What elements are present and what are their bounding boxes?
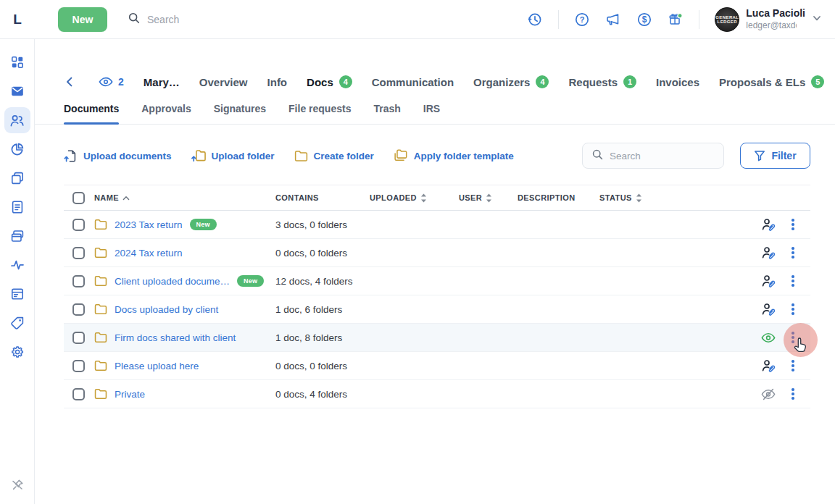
- visible-to-client-eye-icon[interactable]: [752, 332, 784, 343]
- row-actions-kebab[interactable]: [784, 357, 802, 374]
- history-icon[interactable]: [527, 12, 543, 28]
- folder-link[interactable]: Private: [115, 389, 145, 400]
- column-header-contains[interactable]: CONTAINS: [275, 193, 370, 202]
- topbar-divider: [558, 10, 559, 29]
- tab-organizers[interactable]: Organizers4: [473, 75, 549, 88]
- sidebar-item-inbox[interactable]: [4, 78, 30, 104]
- app-logo[interactable]: L: [0, 12, 35, 28]
- apply-folder-template-button[interactable]: Apply folder template: [394, 149, 514, 162]
- announcements-icon[interactable]: [605, 12, 621, 28]
- tab-invoices[interactable]: Invoices: [656, 76, 699, 88]
- sidebar-item-activity[interactable]: [4, 252, 30, 278]
- tag-icon: [10, 316, 25, 330]
- row-checkbox[interactable]: [72, 332, 85, 344]
- client-access-icon[interactable]: [752, 217, 784, 232]
- help-icon[interactable]: ?: [574, 12, 590, 28]
- subtab-trash[interactable]: Trash: [373, 103, 400, 124]
- documents-search-input[interactable]: [610, 151, 711, 161]
- subtab-documents[interactable]: Documents: [64, 103, 119, 124]
- folder-template-icon: [394, 149, 408, 162]
- upload-documents-button[interactable]: Upload documents: [64, 149, 172, 163]
- tab-requests[interactable]: Requests1: [568, 75, 636, 88]
- avatar: GENERAL LEDGER: [715, 7, 739, 32]
- subtab-irs[interactable]: IRS: [423, 103, 440, 124]
- filter-icon: [754, 150, 765, 161]
- topbar: L New ? $ GENERAL LEDGER Luca Pacioli le: [0, 0, 835, 39]
- new-button[interactable]: New: [58, 7, 107, 32]
- folder-upload-icon: [191, 149, 206, 162]
- row-checkbox[interactable]: [72, 219, 85, 231]
- client-access-icon[interactable]: [752, 274, 784, 288]
- folder-link[interactable]: 2023 Tax return: [115, 219, 183, 230]
- stack-icon: [10, 171, 25, 185]
- folder-link[interactable]: Please upload here: [115, 361, 199, 371]
- sidebar-item-documents[interactable]: [4, 194, 30, 220]
- documents-search[interactable]: [582, 143, 724, 169]
- folder-link[interactable]: Client uploaded docume…: [115, 276, 230, 287]
- document-icon: [10, 200, 25, 214]
- sidebar-item-reports[interactable]: [4, 281, 30, 307]
- row-checkbox[interactable]: [72, 303, 85, 316]
- client-access-icon[interactable]: [752, 245, 784, 260]
- create-folder-button[interactable]: Create folder: [294, 150, 374, 162]
- client-header: 2 Mary… Overview Info Docs4 Communicatio…: [64, 70, 821, 94]
- gifts-icon[interactable]: [668, 12, 684, 28]
- folder-icon: [94, 275, 107, 287]
- watchers-indicator[interactable]: 2: [99, 76, 124, 88]
- row-checkbox[interactable]: [72, 388, 85, 400]
- row-checkbox[interactable]: [72, 360, 85, 372]
- table-row: 2024 Tax return 0 docs, 0 folders: [64, 239, 810, 267]
- upload-folder-button[interactable]: Upload folder: [191, 149, 275, 162]
- column-header-status[interactable]: STATUS: [599, 193, 752, 203]
- subtab-approvals[interactable]: Approvals: [141, 103, 191, 124]
- row-checkbox[interactable]: [72, 275, 85, 287]
- column-header-user[interactable]: USER: [459, 193, 518, 203]
- sidebar-item-tags[interactable]: [4, 310, 30, 336]
- select-all-checkbox[interactable]: [72, 192, 85, 204]
- client-access-icon[interactable]: [752, 358, 784, 373]
- row-actions-kebab[interactable]: [784, 301, 802, 318]
- sidebar-item-workflow[interactable]: [4, 165, 30, 191]
- column-header-name[interactable]: NAME: [94, 193, 275, 202]
- file-upload-icon: [64, 149, 78, 163]
- tab-communication[interactable]: Communication: [372, 76, 454, 88]
- filter-button[interactable]: Filter: [740, 143, 810, 169]
- back-icon[interactable]: [64, 76, 75, 88]
- user-menu[interactable]: GENERAL LEDGER Luca Pacioli ledger@taxdo: [715, 7, 822, 32]
- folder-link[interactable]: Docs uploaded by client: [115, 304, 218, 315]
- tab-proposals[interactable]: Proposals & ELs5: [719, 75, 824, 88]
- folder-link[interactable]: 2024 Tax return: [115, 248, 183, 259]
- contains-cell: 0 docs, 4 folders: [275, 389, 370, 400]
- row-actions-kebab[interactable]: [784, 272, 802, 290]
- subtab-signatures[interactable]: Signatures: [214, 103, 266, 124]
- column-header-description[interactable]: DESCRIPTION: [518, 193, 599, 202]
- gear-icon: [10, 345, 25, 359]
- sidebar-item-insights[interactable]: [4, 136, 30, 162]
- contains-cell: 0 docs, 0 folders: [275, 361, 370, 371]
- row-checkbox[interactable]: [72, 247, 85, 259]
- tab-info[interactable]: Info: [267, 76, 288, 88]
- row-actions-kebab[interactable]: [784, 329, 802, 346]
- sidebar-item-clients[interactable]: [4, 107, 30, 133]
- global-search[interactable]: [128, 12, 278, 28]
- sidebar-item-settings[interactable]: [4, 339, 30, 365]
- global-search-input[interactable]: [147, 14, 278, 25]
- column-header-uploaded[interactable]: UPLOADED: [370, 193, 459, 203]
- tab-overview[interactable]: Overview: [199, 76, 248, 88]
- tab-docs[interactable]: Docs4: [307, 75, 352, 88]
- row-actions-kebab[interactable]: [784, 385, 802, 403]
- requests-count-badge: 1: [623, 75, 636, 88]
- pin-sidebar-icon[interactable]: [10, 478, 25, 495]
- folder-link[interactable]: Firm docs shared with client: [115, 332, 236, 343]
- client-access-icon[interactable]: [752, 302, 784, 316]
- earnings-icon[interactable]: $: [636, 12, 652, 28]
- hidden-from-client-eye-off-icon[interactable]: [752, 388, 784, 400]
- sidebar-item-billing[interactable]: [4, 223, 30, 249]
- contains-cell: 1 doc, 6 folders: [275, 304, 370, 315]
- subtab-file-requests[interactable]: File requests: [288, 103, 351, 124]
- row-actions-kebab[interactable]: [784, 244, 802, 261]
- new-badge: New: [190, 219, 217, 230]
- svg-text:$: $: [642, 14, 647, 25]
- sidebar-item-dashboard[interactable]: [4, 49, 30, 75]
- row-actions-kebab[interactable]: [784, 216, 802, 233]
